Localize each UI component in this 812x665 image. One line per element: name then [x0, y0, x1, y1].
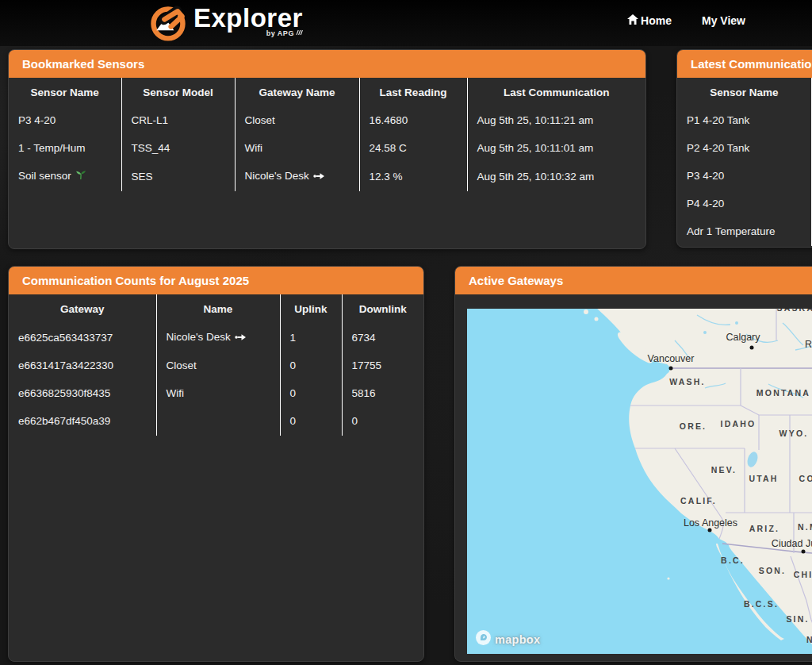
explorer-mountain-icon — [149, 4, 187, 45]
table-row: P3 4-20 — [677, 163, 812, 190]
mapbox-wordmark: mapbox — [495, 633, 540, 646]
table-row: P3 4-20 CRL-L1 Closet 16.4680 Aug 5th 25… — [9, 107, 645, 135]
map-label-chih: CHIH — [794, 570, 812, 579]
table-header-row: Sensor Name — [677, 78, 812, 107]
table-row: e662b467df450a39 0 0 — [9, 408, 423, 436]
sprout-icon — [75, 170, 86, 184]
col-sensor-name: Sensor Name — [677, 78, 811, 107]
map-city-dot — [750, 346, 754, 350]
map-label-wyo-: WYO. — [779, 429, 809, 438]
latest-communications-panel: Latest Communications Sensor Name P1 4-2… — [676, 49, 812, 248]
map-label-vancouver: Vancouver — [648, 353, 695, 364]
col-gateway-name: Gateway Name — [235, 78, 359, 107]
col-last-reading: Last Reading — [359, 78, 467, 107]
map-label-calgary: Calgary — [726, 332, 760, 343]
map-label-b-c-: B.C. — [721, 555, 745, 565]
table-row: P1 4-20 Tank — [677, 107, 812, 135]
map-city-dot — [669, 367, 673, 371]
nav-my-view[interactable]: My View — [702, 14, 745, 27]
map-label-re: Re — [805, 339, 812, 350]
map-label-nev-: NEV. — [711, 465, 737, 475]
logo-tagline: by APG — [266, 29, 303, 37]
gateways-map[interactable]: SASKATCHCalgaryReVancouverWASH.MONTANAOR… — [467, 309, 812, 654]
map-city-dot — [802, 550, 806, 554]
bookmarked-sensors-title: Bookmarked Sensors — [9, 50, 645, 78]
map-city-dot — [708, 529, 712, 532]
top-bar: Explorer by APG Home My View — [0, 0, 812, 46]
col-sensor-model: Sensor Model — [121, 78, 235, 107]
home-icon — [627, 14, 638, 27]
latest-communications-title: Latest Communications — [677, 50, 812, 78]
bookmarked-sensors-table: Sensor Name Sensor Model Gateway Name La… — [9, 78, 645, 191]
communication-counts-panel: Communication Counts for August 2025 Gat… — [8, 266, 424, 662]
logo-wordmark: Explorer — [193, 4, 303, 33]
main-nav: Home My View — [627, 14, 745, 27]
right-arrow-icon — [313, 170, 325, 184]
map-label-ore-: ORE. — [680, 421, 707, 431]
apg-logo-mark-icon — [296, 29, 303, 37]
bookmarked-sensors-panel: Bookmarked Sensors Sensor Name Sensor Mo… — [8, 49, 646, 249]
table-row: e6636825930f8435 Wifi 0 5816 — [9, 380, 423, 408]
map-label-los-angeles: Los Angeles — [684, 517, 737, 529]
map-label-ariz-: ARIZ. — [749, 524, 779, 533]
col-name: Name — [156, 294, 280, 324]
col-gateway: Gateway — [9, 294, 156, 324]
col-uplink: Uplink — [280, 294, 342, 324]
table-row: P2 4-20 Tank — [677, 135, 812, 163]
right-arrow-icon — [235, 331, 247, 345]
latest-communications-table: Sensor Name P1 4-20 Tank P2 4-20 Tank P3… — [677, 78, 812, 246]
map-label-ciudad-ju: Ciudad Ju — [772, 538, 812, 549]
table-row: e6631417a3422330 Closet 0 17755 — [9, 352, 423, 380]
map-label-b-c-s-: B.C.S. — [744, 599, 779, 609]
map-label-montana: MONTANA — [756, 388, 810, 398]
map-label-son-: SON. — [759, 566, 786, 575]
active-gateways-title: Active Gateways — [455, 267, 812, 294]
map-label-wash-: WASH. — [669, 377, 705, 386]
app-logo: Explorer by APG — [149, 4, 303, 45]
map-label-idaho: IDAHO — [721, 419, 756, 429]
map-label-utah: UTAH — [749, 474, 778, 483]
table-row: 1 - Temp/Hum TSS_44 Wifi 24.58 C Aug 5th… — [9, 135, 645, 163]
nav-home[interactable]: Home — [627, 14, 672, 27]
table-row: e6625ca563433737 Nicole's Desk 1 6734 — [9, 324, 423, 352]
map-label-n-m: N.M — [798, 522, 812, 532]
col-downlink: Downlink — [342, 294, 423, 324]
map-label-sin-: SIN. — [786, 614, 809, 624]
col-last-communication: Last Communication — [467, 78, 645, 107]
col-sensor-name: Sensor Name — [9, 78, 121, 107]
mapbox-attribution[interactable]: mapbox — [475, 629, 540, 649]
map-label-saskatch: SASKATCH — [776, 309, 812, 313]
communication-counts-table: Gateway Name Uplink Downlink e6625ca5634… — [9, 294, 423, 436]
table-row: Adr 1 Temperature — [677, 218, 812, 246]
active-gateways-panel: Active Gateways — [454, 266, 812, 662]
communication-counts-title: Communication Counts for August 2025 — [9, 267, 423, 294]
map-label-calif-: CALIF. — [680, 496, 717, 505]
table-row: Soil sensor SES Nicole's Desk 12.3 % Aug… — [9, 163, 645, 191]
table-header-row: Sensor Name Sensor Model Gateway Name La… — [9, 78, 645, 107]
table-header-row: Gateway Name Uplink Downlink — [9, 294, 423, 324]
map-label-n: N — [806, 635, 812, 644]
table-row: P4 4-20 — [677, 190, 812, 218]
mapbox-icon — [475, 629, 492, 649]
map-label-col: COL — [799, 474, 812, 483]
